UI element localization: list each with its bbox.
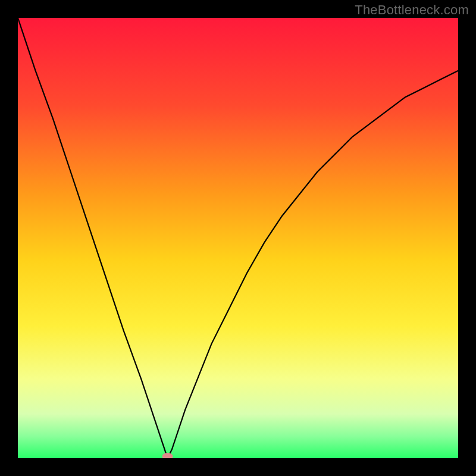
watermark-text: TheBottleneck.com [355,2,469,18]
chart-frame: TheBottleneck.com [0,0,476,476]
chart-svg [18,18,458,458]
chart-plot-area [18,18,458,458]
gradient-background [18,18,458,458]
